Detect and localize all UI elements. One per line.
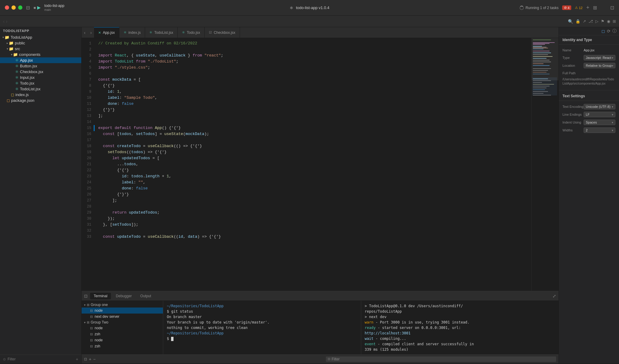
close-button[interactable] (5, 5, 9, 10)
sidebar-item-input-jsx[interactable]: ⚛ Input.jsx (0, 75, 81, 80)
tab-icon: ⚛ (149, 31, 152, 34)
sidebar-item-checkbox-jsx[interactable]: ⚛ Checkbox.jsx (0, 69, 81, 75)
inspector-indent-dropdown[interactable]: Spaces ▾ (584, 120, 615, 125)
inspector-encoding-dropdown[interactable]: Unicode (UTF-8) ▾ (584, 104, 615, 109)
terminal-item-label: node (95, 308, 103, 313)
group-two-label: Group Two (91, 320, 108, 324)
tab-output[interactable]: Output (137, 293, 155, 299)
add-tab-button[interactable]: + (586, 5, 589, 11)
code-editor: ‹ › ✕ App.jsx ⚛ index.js ⚛ TodoList.jsx (82, 27, 559, 363)
sidebar-toggle-button[interactable]: ⊟ (26, 5, 30, 11)
inspector-type-label: Type (562, 56, 584, 60)
sidebar-item-app-jsx[interactable]: ⚛ App.jsx (0, 57, 81, 63)
inspector-separator (559, 90, 619, 90)
chevron-down-icon: ▾ (84, 321, 86, 324)
error-icon: ⊘ (564, 6, 567, 10)
maximize-button[interactable] (18, 5, 22, 10)
terminal-item-zsh-2[interactable]: ⊟ zsh (82, 343, 163, 349)
tab-label: App.jsx (103, 31, 115, 35)
sidebar-item-todolistapp[interactable]: ▾ 📁 TodoListApp (0, 34, 81, 40)
terminal-item-node-1[interactable]: ⊟ node (82, 308, 163, 314)
terminal-item-node-2[interactable]: ⊟ node (82, 325, 163, 331)
code-text[interactable]: // Created by Austin Condiff on 02/16/20… (95, 38, 531, 291)
inspector-indent-label: Indent Using (562, 121, 584, 124)
play-button[interactable]: ▶ (37, 5, 41, 10)
terminal-group-one-header[interactable]: ▾ ⊞ Group one (82, 302, 163, 308)
share-button[interactable]: ↗ (583, 19, 586, 24)
breakpoint-button[interactable]: ◉ (607, 19, 610, 24)
terminal-right-7: wait - compiling... (365, 336, 555, 341)
panel-tab-bar: ⊡ Terminal Debugger Output ⤢ (82, 291, 559, 301)
filter-input[interactable] (8, 357, 74, 361)
remove-terminal-button[interactable]: − (93, 357, 96, 362)
tab-app-jsx[interactable]: ✕ App.jsx (94, 27, 119, 38)
warning-count-button[interactable]: ⚑ (601, 19, 604, 24)
sidebar-item-public[interactable]: ▸ 📁 public (0, 40, 81, 46)
code-content[interactable]: 12345 678910 1112131415 1617181920 21222… (82, 38, 559, 291)
split-editor-button[interactable]: ⊞ (593, 5, 597, 11)
add-terminal-button[interactable]: + (89, 357, 91, 362)
terminal-item-label: zsh (95, 344, 100, 348)
error-badge[interactable]: ⊘ 4 (562, 5, 571, 10)
code-line-28 (98, 204, 531, 210)
layout-toggle-button[interactable]: ⊡ (610, 5, 614, 11)
inspector-indent-value: Spaces (586, 121, 597, 124)
search-button[interactable]: 🔍 (568, 19, 573, 24)
minimap-viewport[interactable] (532, 38, 559, 80)
git-button[interactable]: ⎇ (588, 19, 593, 24)
tab-todo-jsx[interactable]: ⚛ Todo.jsx (178, 27, 205, 38)
tab-debugger[interactable]: Debugger (112, 293, 135, 299)
nav-forward-button[interactable]: › (6, 19, 7, 24)
inspector-location-dropdown[interactable]: Relative to Group ▾ (584, 63, 615, 68)
error-count: 4 (568, 6, 569, 10)
terminal-icon: ⊟ (90, 326, 93, 330)
sidebar-item-button-jsx[interactable]: ⚛ Button.jsx (0, 63, 81, 69)
terminal-item-label: node (95, 338, 103, 342)
sidebar-item-src[interactable]: ▾ 📁 src (0, 46, 81, 52)
tab-checkbox-jsx[interactable]: ☑ Checkbox.jsx (205, 27, 240, 38)
minimize-button[interactable] (11, 5, 16, 10)
inspector-type-dropdown[interactable]: Javascript: React ▾ (584, 55, 615, 60)
panel-layout-toggle[interactable]: ⊡ (84, 294, 88, 298)
terminal-item-node-3[interactable]: ⊟ node (82, 337, 163, 343)
code-line-2 (98, 47, 531, 53)
terminal-group-two-header[interactable]: ▾ ⊞ Group Two (82, 320, 163, 325)
inspector-history-icon[interactable]: ⟳ (607, 29, 611, 34)
titlebar-center: ⚛ todo-list-app v1.0.4 (290, 5, 329, 10)
tab-nav-back[interactable]: ‹ (82, 30, 88, 35)
svg-rect-31 (533, 95, 551, 95)
tab-nav-forward[interactable]: › (88, 30, 94, 35)
grid-button[interactable]: ⊞ (613, 19, 616, 24)
inspector-location-row: Location Relative to Group ▾ (559, 62, 619, 69)
inspector-file-icon[interactable]: ◻ (601, 29, 605, 34)
sidebar-item-todo-jsx[interactable]: ⚛ Todo.jsx (0, 80, 81, 86)
nav-back-button[interactable]: ‹ (3, 19, 5, 24)
warning-badge[interactable]: ⚠ 12 (575, 6, 582, 10)
tab-todolist-jsx[interactable]: ⚛ TodoList.jsx (145, 27, 178, 38)
code-line-29: return updatedTodos; (98, 210, 531, 216)
run-button[interactable]: ▷ (595, 19, 598, 24)
tab-label: index.js (128, 31, 141, 35)
sidebar-item-index-js[interactable]: ◻ index.js (0, 92, 81, 98)
sidebar-item-todolist-jsx[interactable]: ⚛ TodoList.jsx (0, 86, 81, 92)
inspector-line-endings-dropdown[interactable]: LF ▾ (584, 112, 615, 117)
file-tree: ▾ 📁 TodoListApp ▸ 📁 public ▾ 📁 src ▾ 📁 c… (0, 34, 81, 355)
tab-terminal[interactable]: Terminal (90, 293, 111, 299)
stop-button[interactable]: ■ (34, 5, 36, 10)
inspector-widths-dropdown[interactable]: 2 ▾ (584, 127, 615, 133)
terminal-item-zsh-1[interactable]: ⊟ zsh (82, 331, 163, 337)
tab-index-js[interactable]: ⚛ index.js (119, 27, 145, 38)
terminal-right[interactable]: > TodoListApp@0.1.0 dev /Users/austincon… (361, 301, 559, 354)
terminal-item-next-dev[interactable]: ⊟ next dev server (82, 314, 163, 320)
terminal-left[interactable]: ~/Repositories/TodoListApp $ git status … (163, 301, 361, 354)
gutter (94, 38, 95, 291)
lock-button[interactable]: 🔒 (575, 19, 580, 24)
expand-panel-button[interactable]: ⤢ (553, 294, 556, 298)
inspector-info-icon[interactable]: ⓘ (612, 28, 617, 34)
add-filter-button[interactable]: + (76, 357, 78, 362)
code-line-16: const [todos, setTodos] = useState(mockD… (98, 131, 531, 137)
code-line-20: let updatedTodos = [ (98, 155, 531, 161)
sidebar-item-components[interactable]: ▾ 📁 components (0, 52, 81, 57)
code-line-21: ...todos, (98, 161, 531, 167)
sidebar-item-package-json[interactable]: ◻ package.json (0, 98, 81, 103)
